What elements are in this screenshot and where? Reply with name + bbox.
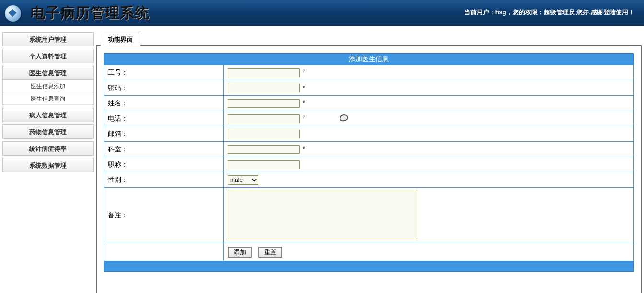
sidebar-item-drug-info[interactable]: 药物信息管理 <box>2 124 94 139</box>
app-title: 电子病历管理系统 <box>31 3 150 23</box>
textarea-note[interactable] <box>228 190 417 239</box>
label-gender: 性别： <box>104 172 224 188</box>
input-department[interactable] <box>228 145 300 154</box>
logo-icon <box>5 5 21 22</box>
input-phone[interactable] <box>228 114 300 123</box>
required-marker: * <box>303 114 305 122</box>
input-email[interactable] <box>228 130 300 138</box>
required-marker: * <box>303 84 305 91</box>
label-staff-id: 工号： <box>104 65 224 80</box>
sidebar-item-profile[interactable]: 个人资料管理 <box>2 49 94 63</box>
select-gender[interactable]: male <box>228 175 258 185</box>
sidebar: 系统用户管理 个人资料管理 医生信息管理 医生信息添加 医生信息查询 病人信息管… <box>2 32 94 175</box>
input-title[interactable] <box>228 160 300 169</box>
form-title: 添加医生信息 <box>104 54 634 65</box>
input-name[interactable] <box>228 99 300 108</box>
sidebar-sub-doctor-query[interactable]: 医生信息查询 <box>3 92 93 105</box>
submit-button[interactable]: 添加 <box>228 247 252 258</box>
label-email: 邮箱： <box>104 126 224 142</box>
user-info-text: 当前用户：hsg，您的权限：超级管理员 您好,感谢登陆使用！ <box>464 8 634 17</box>
form-panel: 添加医生信息 工号： * 密码： * 姓名： <box>96 45 642 293</box>
app-header: 电子病历管理系统 当前用户：hsg，您的权限：超级管理员 您好,感谢登陆使用！ <box>0 0 644 26</box>
sidebar-item-doctor-info[interactable]: 医生信息管理 <box>2 66 94 80</box>
label-phone: 电话： <box>104 111 224 126</box>
sidebar-item-system-users[interactable]: 系统用户管理 <box>2 32 94 46</box>
label-title: 职称： <box>104 157 224 172</box>
label-note: 备注： <box>104 188 224 243</box>
reset-button[interactable]: 重置 <box>258 247 282 258</box>
required-marker: * <box>303 68 305 76</box>
required-marker: * <box>303 99 305 107</box>
sidebar-item-stats[interactable]: 统计病症得率 <box>2 141 94 156</box>
form-footer-bar <box>104 261 634 272</box>
required-marker: * <box>303 145 305 153</box>
content-area: 功能界面 添加医生信息 工号： * 密码： * <box>96 32 644 293</box>
input-staff-id[interactable] <box>228 68 300 77</box>
label-name: 姓名： <box>104 96 224 111</box>
sidebar-item-system-data[interactable]: 系统数据管理 <box>2 158 94 172</box>
label-department: 科室： <box>104 142 224 157</box>
empty-cell <box>104 243 224 261</box>
label-password: 密码： <box>104 80 224 96</box>
sidebar-sub-doctor-add[interactable]: 医生信息添加 <box>3 80 93 92</box>
input-password[interactable] <box>228 84 300 92</box>
sidebar-item-patient-info[interactable]: 病人信息管理 <box>2 108 94 122</box>
doctor-form-table: 添加医生信息 工号： * 密码： * 姓名： <box>104 53 634 272</box>
tab-function-ui[interactable]: 功能界面 <box>101 34 140 46</box>
